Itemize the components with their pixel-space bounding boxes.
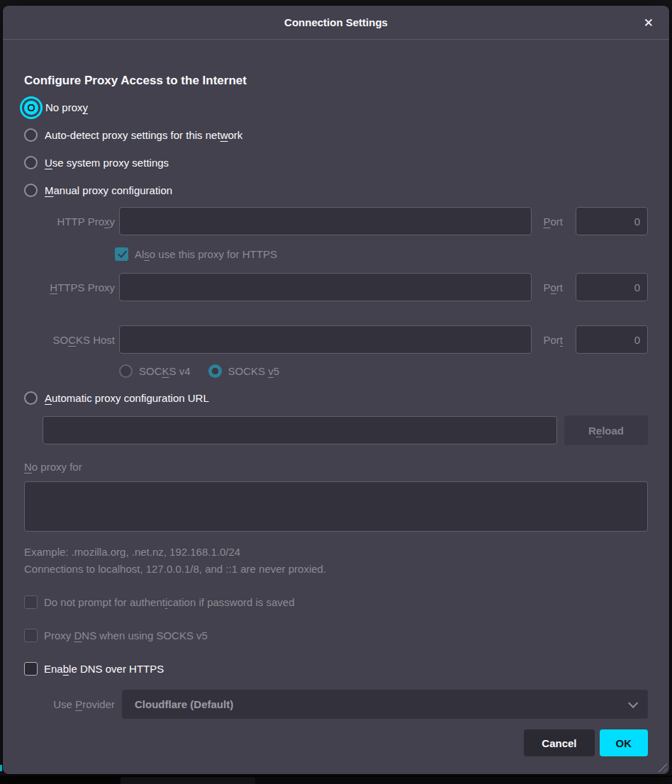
https-port-label: Port [543, 281, 563, 293]
http-proxy-row: HTTP Proxy Port [24, 207, 648, 235]
socks-v5-label: SOCKS v5 [228, 365, 280, 377]
provider-dropdown[interactable]: Cloudflare (Default) [122, 690, 648, 719]
socks-v4-label: SOCKS v4 [139, 365, 191, 377]
http-proxy-input[interactable] [119, 207, 532, 235]
auto-url-label: Automatic proxy configuration URL [45, 392, 209, 404]
cancel-button[interactable]: Cancel [524, 729, 594, 756]
radio-row-no-proxy: No proxy [24, 94, 648, 121]
socks-version-row: SOCKS v4 SOCKS v5 [119, 364, 648, 378]
proxy-dns-label: Proxy DNS when using SOCKS v5 [44, 629, 208, 642]
socks-port-input[interactable] [576, 325, 648, 354]
use-system-radio[interactable] [24, 156, 38, 169]
also-https-label: Also use this proxy for HTTPS [135, 248, 277, 260]
auto-config-url-input[interactable] [43, 416, 557, 444]
page-title: Configure Proxy Access to the Internet [24, 74, 648, 88]
resize-grip[interactable] [656, 761, 667, 772]
manual-proxy-label: Manual proxy configuration [45, 184, 172, 196]
page-behind-element [121, 777, 255, 784]
radio-row-manual: Manual proxy configuration [24, 177, 648, 204]
https-proxy-row: HTTPS Proxy Port [24, 273, 648, 301]
close-icon[interactable]: ✕ [639, 13, 658, 31]
enable-doh-checkbox[interactable] [24, 662, 38, 676]
http-port-input[interactable] [576, 207, 648, 235]
no-prompt-auth-row: Do not prompt for authentication if pass… [24, 592, 648, 612]
proxy-dns-checkbox[interactable] [24, 629, 38, 642]
radio-row-auto-url: Automatic proxy configuration URL [24, 384, 648, 412]
https-port-input[interactable] [576, 273, 648, 301]
socks-port-label: Port [543, 334, 563, 346]
page-behind-element [255, 777, 672, 784]
https-proxy-label: HTTPS Proxy [24, 281, 115, 293]
no-proxy-radio[interactable] [24, 101, 38, 115]
socks-v5-radio[interactable] [208, 364, 222, 378]
localhost-note-text: Connections to localhost, 127.0.0.1/8, a… [24, 563, 648, 575]
socks-host-input[interactable] [119, 325, 532, 354]
auto-url-row: Reload [43, 415, 648, 445]
also-https-checkbox[interactable] [115, 247, 128, 261]
also-https-row: Also use this proxy for HTTPS [115, 247, 648, 261]
http-proxy-label: HTTP Proxy [24, 215, 115, 228]
connection-settings-dialog: Connection Settings ✕ Configure Proxy Ac… [3, 6, 669, 774]
dialog-titlebar: Connection Settings ✕ [3, 6, 669, 40]
dialog-actions: Cancel OK [24, 729, 648, 756]
chevron-down-icon [628, 698, 638, 707]
manual-proxy-radio[interactable] [24, 184, 38, 197]
provider-selected-value: Cloudflare (Default) [135, 698, 233, 710]
no-proxy-for-textarea[interactable] [24, 481, 648, 532]
no-proxy-example-text: Example: .mozilla.org, .net.nz, 192.168.… [24, 546, 648, 558]
no-prompt-auth-checkbox[interactable] [24, 595, 38, 609]
socks-v4-radio[interactable] [119, 364, 133, 378]
http-port-label: Port [543, 215, 563, 228]
provider-row: Use Provider Cloudflare (Default) [24, 690, 648, 719]
radio-row-auto-detect: Auto-detect proxy settings for this netw… [24, 121, 648, 149]
enable-doh-row: Enable DNS over HTTPS [24, 659, 648, 678]
ok-button[interactable]: OK [600, 729, 649, 756]
dialog-title: Connection Settings [284, 16, 388, 28]
auto-detect-label: Auto-detect proxy settings for this netw… [45, 129, 242, 141]
socks-host-row: SOCKS Host Port [24, 325, 648, 354]
backdrop-accent-sliver [0, 765, 2, 771]
no-proxy-label: No proxy [45, 101, 88, 113]
use-system-label: Use system proxy settings [45, 157, 169, 169]
https-proxy-input[interactable] [119, 273, 532, 301]
auto-url-radio[interactable] [24, 391, 38, 405]
use-provider-label: Use Provider [24, 698, 115, 710]
proxy-dns-row: Proxy DNS when using SOCKS v5 [24, 625, 648, 645]
no-prompt-auth-label: Do not prompt for authentication if pass… [44, 596, 295, 608]
auto-detect-radio[interactable] [24, 128, 38, 142]
no-proxy-for-label: No proxy for [24, 461, 648, 475]
radio-row-use-system: Use system proxy settings [24, 149, 648, 177]
socks-host-label: SOCKS Host [24, 334, 115, 346]
reload-button[interactable]: Reload [564, 415, 648, 445]
enable-doh-label: Enable DNS over HTTPS [44, 663, 164, 675]
